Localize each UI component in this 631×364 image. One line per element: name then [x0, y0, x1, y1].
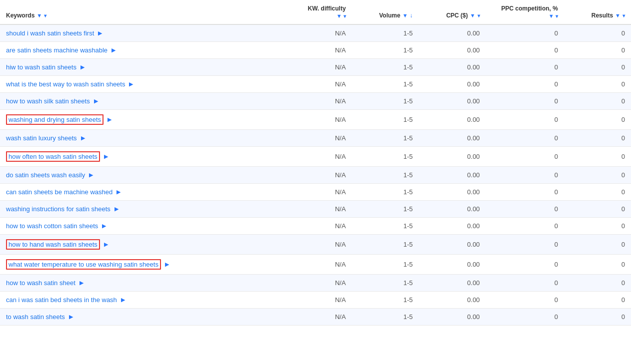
kw-difficulty-cell: N/A [285, 255, 352, 275]
cpc-cell: 0.00 [419, 201, 486, 218]
kw-difficulty-cell: N/A [285, 235, 352, 255]
expand-arrow-icon[interactable]: ▶ [94, 98, 98, 104]
keyword-link[interactable]: are satin sheets machine washable [6, 46, 108, 54]
kw-difficulty-cell: N/A [285, 292, 352, 309]
expand-arrow-icon[interactable]: ▶ [102, 223, 106, 229]
expand-arrow-icon[interactable]: ▶ [121, 297, 125, 303]
volume-filter-icon[interactable]: ▼ [402, 12, 408, 18]
volume-cell: 1-5 [352, 76, 419, 93]
keyword-link[interactable]: how to wash silk satin sheets [6, 97, 90, 105]
kw-filter-icon[interactable]: ▼ [336, 13, 342, 19]
results-cell: 0 [564, 93, 631, 110]
keyword-cell: washing instructions for satin sheets▶ [0, 201, 285, 218]
keyword-cell: washing and drying satin sheets▶ [0, 110, 285, 130]
expand-arrow-icon[interactable]: ▶ [89, 172, 93, 178]
ppc-filter-icon[interactable]: ▼ [548, 13, 554, 19]
kw-dropdown-icon[interactable]: ▾ [344, 13, 346, 19]
ppc-cell: 0 [486, 235, 564, 255]
expand-arrow-icon[interactable]: ▶ [69, 314, 73, 320]
expand-arrow-icon[interactable]: ▶ [104, 241, 108, 248]
expand-arrow-icon[interactable]: ▶ [112, 47, 116, 53]
expand-arrow-icon[interactable]: ▶ [116, 189, 120, 195]
keyword-cell: are satin sheets machine washable▶ [0, 42, 285, 59]
results-filter-icon[interactable]: ▼ [615, 12, 620, 18]
results-cell: 0 [564, 235, 631, 255]
keyword-link[interactable]: how to wash satin sheet [6, 279, 76, 287]
keyword-link[interactable]: hiw to wash satin sheets [6, 63, 76, 71]
keyword-link[interactable]: can satin sheets be machine washed [6, 188, 112, 196]
table-row: what water temperature to use washing sa… [0, 255, 631, 275]
expand-arrow-icon[interactable]: ▶ [81, 135, 85, 141]
keyword-link[interactable]: what is the best way to wash satin sheet… [6, 80, 125, 88]
expand-arrow-icon[interactable]: ▶ [104, 153, 108, 160]
volume-cell: 1-5 [352, 235, 419, 255]
expand-arrow-icon[interactable]: ▶ [80, 280, 84, 286]
col-cpc-label: CPC ($) [446, 12, 468, 19]
keyword-link[interactable]: how to wash cotton satin sheets [6, 222, 98, 230]
results-cell: 0 [564, 218, 631, 235]
kw-difficulty-cell: N/A [285, 309, 352, 326]
cpc-dropdown-icon[interactable]: ▾ [478, 13, 480, 18]
keyword-link[interactable]: washing and drying satin sheets [6, 114, 104, 125]
table-row: hiw to wash satin sheets▶N/A1-50.0000 [0, 59, 631, 76]
keyword-link[interactable]: can i was satin bed sheets in the wash [6, 296, 117, 304]
table-row: how to wash silk satin sheets▶N/A1-50.00… [0, 93, 631, 110]
table-row: how to wash satin sheet▶N/A1-50.0000 [0, 275, 631, 292]
expand-arrow-icon[interactable]: ▶ [114, 206, 118, 212]
results-cell: 0 [564, 42, 631, 59]
results-cell: 0 [564, 110, 631, 130]
keyword-link[interactable]: how to hand wash satin sheets [6, 239, 100, 250]
keywords-dropdown-icon[interactable]: ▾ [44, 13, 46, 18]
cpc-cell: 0.00 [419, 110, 486, 130]
col-volume-label: Volume [379, 12, 400, 19]
keyword-link[interactable]: how often to wash satin sheets [6, 151, 100, 162]
keyword-link[interactable]: do satin sheets wash easily [6, 171, 85, 179]
keyword-link[interactable]: to wash satin sheets [6, 313, 65, 321]
volume-cell: 1-5 [352, 292, 419, 309]
volume-cell: 1-5 [352, 275, 419, 292]
results-dropdown-icon[interactable]: ▾ [622, 13, 625, 18]
keyword-link[interactable]: should i wash satin sheets first [6, 29, 94, 37]
cpc-cell: 0.00 [419, 93, 486, 110]
kw-difficulty-cell: N/A [285, 130, 352, 147]
cpc-cell: 0.00 [419, 167, 486, 184]
results-cell: 0 [564, 184, 631, 201]
results-cell: 0 [564, 292, 631, 309]
col-header-volume: Volume ▼ ↓ [352, 0, 419, 24]
table-row: wash satin luxury sheets▶N/A1-50.0000 [0, 130, 631, 147]
cpc-filter-icon[interactable]: ▼ [470, 12, 476, 18]
keyword-link[interactable]: washing instructions for satin sheets [6, 205, 110, 213]
results-cell: 0 [564, 275, 631, 292]
cpc-cell: 0.00 [419, 76, 486, 93]
table-row: how often to wash satin sheets▶N/A1-50.0… [0, 147, 631, 167]
ppc-cell: 0 [486, 130, 564, 147]
expand-arrow-icon[interactable]: ▶ [165, 261, 169, 268]
keywords-table: Keywords ▼ ▾ KW. difficulty ▼ ▾ [0, 0, 631, 326]
ppc-cell: 0 [486, 167, 564, 184]
ppc-cell: 0 [486, 42, 564, 59]
expand-arrow-icon[interactable]: ▶ [108, 116, 112, 123]
keyword-link[interactable]: what water temperature to use washing sa… [6, 259, 161, 270]
col-results-label: Results [592, 12, 613, 19]
expand-arrow-icon[interactable]: ▶ [80, 64, 84, 70]
volume-cell: 1-5 [352, 93, 419, 110]
table-row: how to hand wash satin sheets▶N/A1-50.00… [0, 235, 631, 255]
ppc-cell: 0 [486, 201, 564, 218]
ppc-cell: 0 [486, 275, 564, 292]
keyword-link[interactable]: wash satin luxury sheets [6, 134, 77, 142]
expand-arrow-icon[interactable]: ▶ [98, 30, 102, 36]
kw-difficulty-cell: N/A [285, 167, 352, 184]
expand-arrow-icon[interactable]: ▶ [129, 81, 133, 87]
kw-difficulty-cell: N/A [285, 275, 352, 292]
ppc-cell: 0 [486, 218, 564, 235]
table-row: can i was satin bed sheets in the wash▶N… [0, 292, 631, 309]
keyword-cell: do satin sheets wash easily▶ [0, 167, 285, 184]
cpc-cell: 0.00 [419, 184, 486, 201]
keywords-filter-icon[interactable]: ▼ [36, 12, 42, 18]
volume-cell: 1-5 [352, 201, 419, 218]
ppc-dropdown-icon[interactable]: ▾ [556, 13, 558, 19]
volume-sort-icon[interactable]: ↓ [410, 12, 413, 19]
cpc-cell: 0.00 [419, 42, 486, 59]
ppc-cell: 0 [486, 309, 564, 326]
results-cell: 0 [564, 130, 631, 147]
